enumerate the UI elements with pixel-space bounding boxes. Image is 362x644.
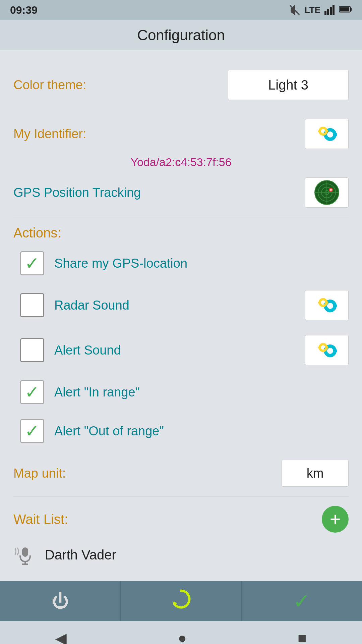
gear-icon-3: [312, 340, 342, 360]
svg-rect-43: [329, 354, 331, 357]
lte-label: LTE: [305, 5, 320, 15]
svg-rect-11: [329, 138, 331, 140]
alert-sound-gear-button[interactable]: [305, 335, 349, 365]
svg-rect-49: [322, 350, 324, 352]
wait-list-item: Darth Vader: [13, 539, 349, 571]
svg-rect-45: [335, 350, 337, 352]
svg-rect-6: [350, 8, 352, 11]
wait-list-label: Wait List:: [13, 512, 68, 527]
status-bar: 09:39 LTE: [0, 0, 362, 20]
map-unit-value[interactable]: km: [282, 460, 349, 487]
svg-rect-2: [327, 9, 329, 15]
checkmark-icon-3: ✓: [25, 422, 40, 440]
svg-rect-18: [318, 130, 320, 132]
alert-sound-checkbox[interactable]: [20, 338, 44, 362]
wait-list-row: Wait List: +: [13, 496, 349, 539]
svg-rect-39: [326, 302, 328, 304]
identifier-label: My Identifier:: [13, 127, 86, 141]
svg-rect-31: [329, 309, 331, 312]
gps-icon-button[interactable]: [305, 177, 349, 208]
back-icon: ◀: [55, 630, 67, 644]
alert-in-range-checkbox[interactable]: ✓: [20, 380, 44, 404]
svg-point-27: [330, 189, 332, 191]
alert-sound-row: Alert Sound: [13, 328, 349, 373]
alert-out-range-left: ✓ Alert "Out of range": [20, 419, 164, 443]
svg-rect-38: [318, 302, 320, 304]
gear-icon-2: [312, 295, 342, 315]
radar-sound-row: Radar Sound: [13, 283, 349, 328]
svg-rect-42: [329, 345, 331, 348]
refresh-svg: [169, 587, 193, 611]
svg-rect-4: [333, 5, 335, 15]
nav-bar: ◀ ● ■: [0, 621, 362, 644]
power-button[interactable]: ⏻: [0, 581, 121, 621]
alert-sound-left: Alert Sound: [20, 338, 121, 362]
svg-rect-16: [322, 127, 324, 129]
action-bar: ⏻ ✓: [0, 581, 362, 621]
svg-rect-50: [318, 346, 320, 348]
identifier-text-row: Yoda/a2:c4:53:7f:56: [13, 152, 349, 172]
battery-icon: [339, 6, 352, 14]
checkmark-icon: ✓: [25, 255, 40, 272]
alert-out-range-label: Alert "Out of range": [54, 424, 164, 438]
svg-rect-10: [329, 129, 331, 131]
svg-rect-17: [322, 133, 324, 136]
color-theme-row: Color theme: Light 3: [13, 60, 349, 109]
recents-button[interactable]: ■: [298, 630, 307, 644]
alert-out-range-checkbox[interactable]: ✓: [20, 419, 44, 443]
checkmark-icon-2: ✓: [25, 383, 40, 401]
map-unit-row: Map unit: km: [13, 450, 349, 496]
svg-rect-51: [326, 346, 328, 348]
status-time: 09:39: [10, 4, 38, 16]
color-theme-label: Color theme:: [13, 78, 86, 92]
alert-in-range-row: ✓ Alert "In range": [13, 373, 349, 412]
title-bar: Configuration: [0, 20, 362, 50]
home-icon: ●: [178, 630, 187, 644]
svg-point-35: [322, 301, 324, 304]
radar-sound-gear-button[interactable]: [305, 290, 349, 320]
power-icon: ⏻: [52, 591, 69, 611]
home-button[interactable]: ●: [178, 630, 187, 644]
svg-rect-7: [340, 7, 349, 11]
main-content: Color theme: Light 3 My Identifier:: [0, 50, 362, 581]
wait-list-item-icon: [13, 545, 37, 565]
muted-icon: [289, 4, 301, 16]
svg-rect-33: [335, 305, 337, 307]
back-button[interactable]: ◀: [55, 630, 67, 644]
svg-rect-52: [22, 547, 28, 557]
add-wait-list-button[interactable]: +: [322, 506, 349, 533]
identifier-gear-button[interactable]: [305, 119, 349, 149]
ok-button[interactable]: ✓: [242, 581, 362, 621]
svg-rect-37: [322, 305, 324, 307]
refresh-button[interactable]: [121, 581, 241, 621]
share-gps-row: ✓ Share my GPS-location: [13, 244, 349, 283]
sound-icon: [13, 545, 37, 565]
svg-rect-30: [329, 300, 331, 303]
svg-point-47: [322, 346, 324, 349]
status-icons: LTE: [289, 4, 352, 16]
wait-list-item-name: Darth Vader: [45, 547, 116, 562]
color-theme-value[interactable]: Light 3: [228, 70, 349, 100]
alert-out-range-row: ✓ Alert "Out of range": [13, 412, 349, 450]
alert-sound-label: Alert Sound: [54, 343, 121, 358]
share-gps-checkbox[interactable]: ✓: [20, 251, 44, 275]
alert-in-range-left: ✓ Alert "In range": [20, 380, 140, 404]
svg-rect-1: [324, 11, 326, 15]
recents-icon: ■: [298, 630, 307, 644]
alert-in-range-label: Alert "In range": [54, 385, 140, 399]
svg-rect-36: [322, 298, 324, 300]
svg-rect-48: [322, 343, 324, 345]
radar-sound-checkbox[interactable]: [20, 293, 44, 317]
radar-icon: [314, 180, 340, 205]
gps-label: GPS Position Tracking: [13, 185, 141, 200]
gear-icon: [312, 124, 342, 144]
map-unit-label: Map unit:: [13, 466, 66, 481]
svg-point-29: [328, 304, 332, 308]
share-gps-left: ✓ Share my GPS-location: [20, 251, 187, 275]
identifier-text: Yoda/a2:c4:53:7f:56: [13, 152, 349, 172]
signal-icon: [324, 4, 335, 16]
actions-heading: Actions:: [13, 217, 349, 244]
svg-rect-19: [326, 130, 328, 132]
svg-point-15: [322, 130, 324, 132]
svg-point-9: [328, 132, 332, 137]
